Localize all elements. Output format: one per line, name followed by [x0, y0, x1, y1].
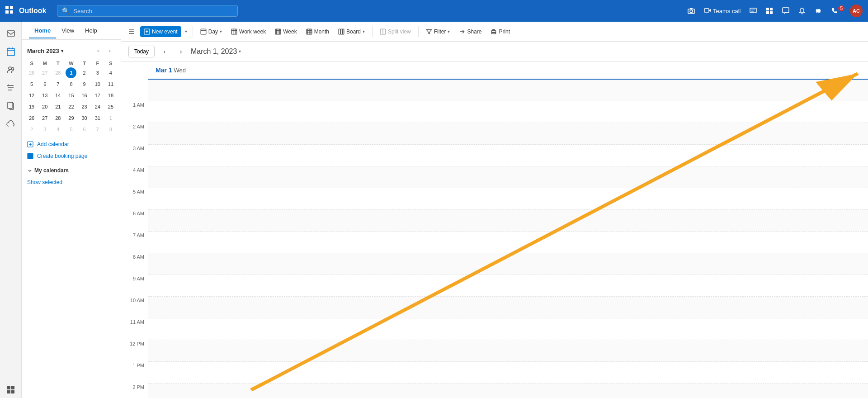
search-box[interactable]: 🔍: [57, 5, 238, 17]
mini-cal-day[interactable]: 29: [66, 113, 76, 123]
mini-cal-day-today[interactable]: 1: [66, 67, 76, 78]
mini-cal-day[interactable]: 27: [39, 113, 50, 123]
mini-cal-day[interactable]: 14: [52, 90, 63, 101]
board-view-btn[interactable]: Board ▾: [335, 26, 368, 37]
nav-calendar[interactable]: [3, 43, 19, 60]
mini-cal-day[interactable]: 10: [92, 79, 103, 90]
mini-cal-day[interactable]: 4: [105, 67, 116, 78]
nav-mail[interactable]: [3, 25, 19, 42]
mini-cal-day[interactable]: 5: [26, 79, 37, 90]
hour-cell-9am[interactable]: [148, 275, 868, 297]
filter-btn[interactable]: Filter ▾: [422, 26, 454, 37]
mini-cal-day[interactable]: 20: [39, 101, 50, 112]
grid-view-icon[interactable]: [762, 5, 777, 17]
mini-cal-day[interactable]: 2: [79, 67, 90, 78]
hour-cell-1pm[interactable]: [148, 362, 868, 384]
avatar[interactable]: AC: [850, 5, 863, 17]
message-icon[interactable]: [746, 5, 760, 17]
notification-bell[interactable]: [795, 5, 809, 17]
print-btn[interactable]: Print: [487, 26, 514, 37]
mini-cal-day[interactable]: 11: [105, 79, 116, 90]
nav-files[interactable]: [3, 98, 19, 114]
month-view-btn[interactable]: Month: [302, 26, 333, 37]
mini-cal-day[interactable]: 1: [105, 113, 116, 123]
hamburger-button[interactable]: [125, 26, 138, 37]
mini-cal-day[interactable]: 16: [79, 90, 90, 101]
nav-apps[interactable]: [3, 382, 19, 398]
hour-cell-12am[interactable]: [148, 80, 868, 101]
mini-cal-day[interactable]: 24: [92, 101, 103, 112]
day-view-btn[interactable]: Day ▾: [197, 26, 226, 37]
hour-cell-8am[interactable]: [148, 253, 868, 275]
share-btn[interactable]: Share: [455, 26, 485, 37]
mini-cal-day[interactable]: 3: [39, 124, 50, 135]
mini-cal-day[interactable]: 31: [92, 113, 103, 123]
mini-cal-day[interactable]: 23: [79, 101, 90, 112]
week-view-btn[interactable]: Week: [271, 26, 300, 37]
mini-cal-day[interactable]: 7: [52, 79, 63, 90]
mini-cal-prev[interactable]: ‹: [93, 45, 104, 56]
mini-cal-day[interactable]: 15: [66, 90, 76, 101]
hour-cell-4am[interactable]: [148, 166, 868, 188]
hour-cell-7am[interactable]: [148, 232, 868, 253]
my-calendars-header[interactable]: My calendars: [27, 166, 115, 175]
show-selected-link[interactable]: Show selected: [22, 177, 121, 187]
nav-people[interactable]: [3, 62, 19, 78]
nav-cloud[interactable]: [3, 116, 19, 132]
phone-icon[interactable]: 5: [827, 5, 848, 17]
mini-cal-day[interactable]: 3: [92, 67, 103, 78]
hour-cell-10am[interactable]: [148, 297, 868, 318]
date-title[interactable]: March 1, 2023 ▾: [191, 47, 241, 56]
mini-cal-day[interactable]: 25: [105, 101, 116, 112]
mini-cal-day[interactable]: 7: [92, 124, 103, 135]
mini-cal-day[interactable]: 30: [79, 113, 90, 123]
hour-cell-5am[interactable]: [148, 188, 868, 210]
mini-cal-title[interactable]: March 2023 ▾: [27, 47, 63, 54]
mini-cal-next[interactable]: ›: [104, 45, 115, 56]
mini-cal-day[interactable]: 9: [79, 79, 90, 90]
settings-icon[interactable]: [811, 5, 826, 17]
mini-cal-day[interactable]: 12: [26, 90, 37, 101]
mini-cal-day[interactable]: 6: [39, 79, 50, 90]
hour-cell-1am[interactable]: [148, 101, 868, 123]
hour-cell-6am[interactable]: [148, 210, 868, 232]
new-event-dropdown[interactable]: ▾: [183, 27, 189, 36]
new-event-button[interactable]: New event: [140, 26, 181, 37]
mini-cal-day[interactable]: 17: [92, 90, 103, 101]
feedback-icon[interactable]: [778, 5, 793, 17]
mini-cal-day[interactable]: 2: [26, 124, 37, 135]
mini-cal-day[interactable]: 26: [26, 67, 37, 78]
mini-cal-day[interactable]: 6: [79, 124, 90, 135]
mini-cal-day[interactable]: 21: [52, 101, 63, 112]
mini-cal-day[interactable]: 4: [52, 124, 63, 135]
mini-cal-day[interactable]: 8: [66, 79, 76, 90]
mini-cal-day[interactable]: 28: [52, 113, 63, 123]
mini-cal-day[interactable]: 5: [66, 124, 76, 135]
nav-tasks[interactable]: [3, 80, 19, 96]
camera-button[interactable]: [684, 5, 698, 17]
mini-cal-day[interactable]: 22: [66, 101, 76, 112]
hour-cell-2am[interactable]: [148, 123, 868, 145]
prev-arrow[interactable]: ‹: [158, 45, 171, 58]
tab-view[interactable]: View: [56, 24, 80, 38]
mini-cal-day[interactable]: 18: [105, 90, 116, 101]
mini-cal-day[interactable]: 26: [26, 113, 37, 123]
mini-cal-day[interactable]: 19: [26, 101, 37, 112]
mini-cal-day[interactable]: 27: [39, 67, 50, 78]
create-booking-link[interactable]: Create booking page: [22, 150, 121, 162]
next-arrow[interactable]: ›: [175, 45, 187, 58]
mini-cal-day[interactable]: 8: [105, 124, 116, 135]
hour-cell-12pm[interactable]: [148, 340, 868, 362]
apps-icon[interactable]: [5, 6, 14, 16]
tab-help[interactable]: Help: [80, 24, 103, 38]
add-calendar-link[interactable]: Add calendar: [22, 138, 121, 150]
today-button[interactable]: Today: [128, 46, 155, 57]
mini-cal-day[interactable]: 13: [39, 90, 50, 101]
tab-home[interactable]: Home: [29, 24, 56, 38]
mini-cal-day[interactable]: 28: [52, 67, 63, 78]
hour-cell-2pm[interactable]: [148, 384, 868, 398]
hour-cell-3am[interactable]: [148, 145, 868, 166]
split-view-btn[interactable]: Split view: [376, 26, 415, 37]
search-input[interactable]: [73, 8, 233, 14]
teams-call-button[interactable]: Teams call: [700, 5, 744, 17]
